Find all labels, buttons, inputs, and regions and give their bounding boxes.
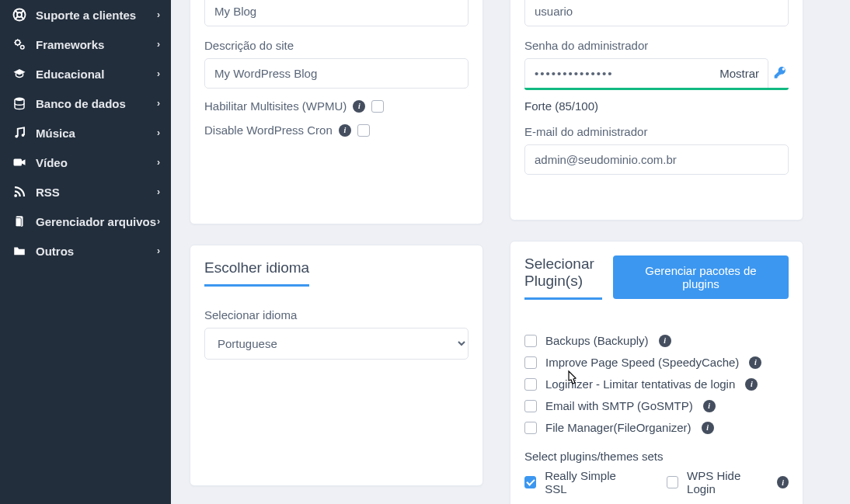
language-card: Escolher idioma Selecionar idioma Portug… — [190, 245, 483, 486]
chevron-right-icon: › — [157, 98, 160, 109]
plugin-sets-label: Select plugins/themes sets — [524, 450, 789, 463]
svg-point-3 — [21, 46, 25, 50]
info-icon[interactable]: i — [703, 400, 716, 412]
svg-point-8 — [14, 194, 17, 197]
disable-cron-checkbox[interactable] — [357, 124, 370, 137]
sidebar-item-database[interactable]: Banco de dados › — [0, 89, 171, 118]
sidebar-item-label: Gerenciador arquivos — [36, 215, 156, 228]
plugin-row: File Manager(FileOrganizer) i — [524, 421, 789, 434]
sidebar-item-others[interactable]: Outros › — [0, 236, 171, 266]
sidebar: Suporte a clientes › Frameworks › Educac… — [0, 0, 171, 504]
svg-point-1 — [17, 12, 22, 17]
plugin-checkbox[interactable] — [524, 356, 537, 369]
chevron-right-icon: › — [157, 245, 160, 256]
show-password-button[interactable]: Mostrar — [719, 67, 759, 80]
info-icon[interactable]: i — [749, 356, 761, 369]
plugin-set-label: Really Simple SSL — [545, 469, 636, 495]
chevron-right-icon: › — [157, 9, 160, 20]
sidebar-item-label: Outros — [36, 245, 74, 258]
language-title: Escolher idioma — [204, 259, 309, 287]
plugins-title: Selecionar Plugin(s) — [524, 255, 602, 300]
site-name-input[interactable] — [204, 0, 469, 26]
sidebar-item-label: Frameworks — [36, 38, 104, 51]
plugin-checkbox[interactable] — [524, 378, 537, 391]
chevron-right-icon: › — [157, 68, 160, 79]
plugin-checkbox[interactable] — [524, 335, 537, 347]
graduation-cap-icon — [12, 67, 26, 81]
chevron-right-icon: › — [157, 127, 160, 138]
folder-open-icon — [12, 244, 26, 258]
select-language-label: Selecionar idioma — [204, 308, 469, 322]
multisite-checkbox[interactable] — [371, 100, 384, 113]
gears-icon — [12, 37, 26, 51]
clipboard-icon — [12, 214, 26, 228]
svg-point-6 — [22, 134, 25, 137]
plugins-card: Selecionar Plugin(s) Gerenciar pacotes d… — [510, 241, 803, 504]
chevron-right-icon: › — [157, 157, 160, 168]
password-strength-text: Forte (85/100) — [524, 99, 789, 113]
video-icon — [12, 155, 26, 169]
site-desc-input[interactable] — [204, 58, 469, 89]
disable-cron-label: Disable WordPress Cron — [204, 123, 333, 137]
info-icon[interactable]: i — [777, 476, 789, 488]
plugin-set-row: WPS Hide Login i — [667, 469, 789, 495]
plugin-label: Backups (Backuply) — [545, 334, 649, 347]
plugin-row: Improve Page Speed (SpeedyCache) i — [524, 356, 789, 369]
sidebar-item-filemanager[interactable]: Gerenciador arquivos › — [0, 207, 171, 236]
music-icon — [12, 126, 26, 140]
plugin-row: Loginizer - Limitar tentativas de login … — [524, 377, 789, 391]
plugin-set-row: Really Simple SSL — [524, 469, 636, 495]
svg-rect-7 — [14, 159, 23, 166]
multisite-label: Habilitar Multisites (WPMU) — [204, 99, 347, 113]
sidebar-item-educational[interactable]: Educacional › — [0, 59, 171, 89]
site-desc-label: Descrição do site — [204, 39, 469, 52]
admin-email-input[interactable] — [524, 144, 789, 175]
sidebar-item-label: Música — [36, 127, 75, 140]
admin-user-input[interactable] — [524, 0, 789, 26]
sidebar-item-label: Suporte a clientes — [36, 9, 136, 22]
lifebuoy-icon — [12, 8, 26, 22]
sidebar-item-label: RSS — [36, 186, 60, 199]
plugin-set-checkbox[interactable] — [524, 476, 536, 488]
sidebar-item-video[interactable]: Vídeo › — [0, 148, 171, 177]
sidebar-item-label: Educacional — [36, 68, 104, 81]
chevron-right-icon: › — [157, 216, 160, 227]
plugin-label: Loginizer - Limitar tentativas de login — [545, 377, 735, 391]
password-strength-bar — [524, 88, 789, 90]
sidebar-item-music[interactable]: Música › — [0, 118, 171, 148]
plugin-checkbox[interactable] — [524, 422, 537, 434]
plugin-label: File Manager(FileOrganizer) — [545, 421, 691, 434]
plugin-set-checkbox[interactable] — [667, 476, 678, 488]
info-icon[interactable]: i — [702, 422, 714, 434]
plugin-set-label: WPS Hide Login — [687, 469, 767, 495]
info-icon[interactable]: i — [339, 124, 351, 137]
site-settings-card: Descrição do site Habilitar Multisites (… — [190, 0, 483, 224]
plugin-label: Improve Page Speed (SpeedyCache) — [545, 356, 739, 369]
plugin-row: Backups (Backuply) i — [524, 334, 789, 347]
rss-icon — [12, 185, 26, 199]
admin-settings-card: Senha do administrador •••••••••••••• Mo… — [510, 0, 803, 221]
plugin-row: Email with SMTP (GoSMTP) i — [524, 399, 789, 412]
admin-pass-label: Senha do administrador — [524, 39, 789, 52]
key-icon[interactable] — [773, 65, 789, 81]
sidebar-item-label: Banco de dados — [36, 97, 126, 110]
sidebar-item-label: Vídeo — [36, 156, 68, 169]
sidebar-item-support[interactable]: Suporte a clientes › — [0, 0, 171, 30]
chevron-right-icon: › — [157, 186, 160, 197]
svg-point-5 — [15, 135, 18, 138]
info-icon[interactable]: i — [353, 100, 365, 113]
sidebar-item-frameworks[interactable]: Frameworks › — [0, 30, 171, 59]
database-icon — [12, 96, 26, 110]
chevron-right-icon: › — [157, 39, 160, 50]
plugin-checkbox[interactable] — [524, 400, 537, 412]
language-select[interactable]: Portuguese — [204, 328, 469, 360]
main-content: Descrição do site Habilitar Multisites (… — [171, 0, 850, 504]
svg-point-4 — [15, 98, 24, 102]
info-icon[interactable]: i — [659, 335, 671, 347]
admin-email-label: E-mail do administrador — [524, 125, 789, 138]
sidebar-item-rss[interactable]: RSS › — [0, 177, 171, 207]
manage-plugin-packs-button[interactable]: Gerenciar pacotes de plugins — [613, 255, 789, 299]
info-icon[interactable]: i — [745, 378, 758, 391]
plugin-label: Email with SMTP (GoSMTP) — [545, 399, 693, 412]
